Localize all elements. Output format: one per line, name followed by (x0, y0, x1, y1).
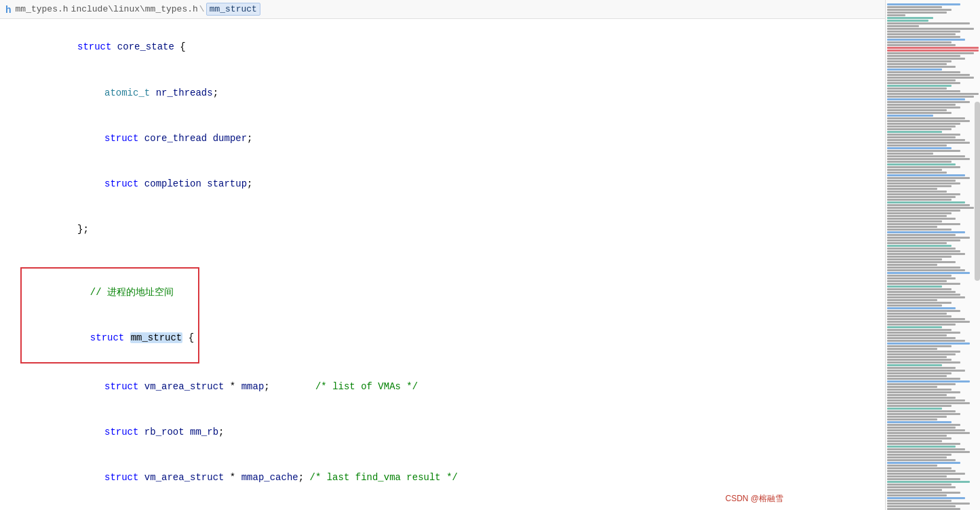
minimap-line (887, 144, 947, 146)
minimap-line (887, 497, 965, 499)
minimap-content (886, 0, 980, 510)
minimap-line (887, 6, 942, 8)
code-line-comment: // 进程的地址空间 (22, 270, 194, 315)
minimap-line (887, 223, 960, 225)
minimap-line (887, 185, 952, 187)
minimap-line (887, 229, 952, 231)
minimap-line (887, 237, 970, 239)
minimap-line (887, 394, 947, 396)
minimap-line (887, 280, 947, 282)
file-icon: h (5, 4, 12, 15)
minimap-line (887, 9, 952, 11)
minimap-line (887, 158, 970, 160)
minimap-line (887, 150, 960, 152)
minimap-line (887, 33, 956, 35)
minimap-line (887, 500, 952, 502)
minimap-line (887, 291, 956, 293)
mm-struct-highlight: mm_struct (130, 332, 183, 343)
minimap-line (887, 356, 947, 358)
code-line: struct vm_area_struct * mmap; /* list of… (20, 364, 885, 409)
minimap-line (887, 96, 974, 98)
minimap-line (887, 58, 965, 60)
minimap-line (887, 125, 956, 128)
minimap-line (887, 193, 960, 195)
minimap-line (887, 60, 952, 62)
minimap-line (887, 340, 965, 342)
minimap-line (887, 456, 947, 458)
minimap-line (887, 261, 956, 263)
minimap-line (887, 234, 956, 236)
minimap-line (887, 364, 942, 366)
minimap (885, 0, 980, 510)
minimap-line (887, 467, 952, 469)
minimap-line (887, 250, 960, 252)
minimap-line (887, 378, 960, 380)
minimap-line (887, 169, 942, 171)
minimap-line (887, 337, 956, 339)
minimap-line (887, 462, 960, 464)
minimap-line (887, 28, 974, 30)
minimap-line (887, 492, 960, 494)
minimap-line (887, 277, 956, 279)
minimap-line (887, 98, 965, 100)
minimap-line (887, 448, 965, 450)
minimap-line (887, 128, 952, 130)
minimap-line (887, 172, 947, 174)
minimap-line (887, 484, 952, 486)
minimap-line (887, 3, 960, 5)
minimap-line (887, 305, 942, 307)
minimap-line (887, 117, 965, 119)
minimap-line (887, 267, 960, 269)
minimap-line (887, 139, 965, 141)
minimap-line (887, 12, 947, 14)
minimap-line (887, 470, 956, 472)
minimap-line (887, 188, 937, 190)
minimap-lines (886, 0, 980, 510)
minimap-line (887, 334, 947, 336)
minimap-line (887, 106, 960, 109)
minimap-line (887, 294, 960, 296)
minimap-line (887, 207, 974, 209)
breadcrumb-file[interactable]: mm_types.h (16, 4, 68, 14)
minimap-line (887, 359, 952, 361)
minimap-line (887, 473, 965, 475)
minimap-line (887, 131, 942, 133)
minimap-line (887, 180, 956, 182)
minimap-scrollbar[interactable] (975, 102, 980, 280)
minimap-line (887, 437, 952, 439)
breadcrumb-symbol[interactable]: mm_struct (206, 3, 260, 16)
minimap-line (887, 66, 956, 68)
minimap-line (887, 163, 956, 165)
minimap-line (887, 199, 952, 201)
minimap-line (887, 258, 942, 260)
breadcrumb-bar: h mm_types.h include\linux\mm_types.h \ … (0, 0, 885, 19)
minimap-line (887, 161, 952, 163)
minimap-line (887, 408, 942, 410)
minimap-line (887, 25, 919, 27)
minimap-line (887, 342, 970, 345)
breadcrumb-path[interactable]: include\linux\mm_types.h (71, 4, 198, 14)
minimap-line (887, 36, 960, 38)
code-line: struct core_thread dumper; (20, 115, 885, 161)
minimap-line (887, 367, 956, 369)
minimap-line (887, 245, 952, 247)
code-content: struct core_state { atomic_t nr_threads;… (0, 19, 885, 510)
minimap-line (887, 435, 947, 437)
code-line: atomic_t nr_threads; (20, 70, 885, 115)
minimap-line (887, 79, 956, 81)
minimap-line (887, 440, 942, 442)
minimap-line (887, 47, 979, 49)
breadcrumb-sep2: \ (199, 4, 205, 14)
minimap-line (887, 351, 960, 353)
minimap-line (887, 361, 960, 364)
minimap-line (887, 370, 965, 372)
minimap-line (887, 82, 960, 84)
minimap-line (887, 296, 965, 298)
minimap-line (887, 429, 965, 431)
minimap-line (887, 22, 970, 24)
minimap-line (887, 375, 947, 377)
minimap-line (887, 332, 960, 334)
minimap-line (887, 465, 937, 467)
minimap-line (887, 424, 960, 426)
minimap-line (887, 475, 947, 477)
